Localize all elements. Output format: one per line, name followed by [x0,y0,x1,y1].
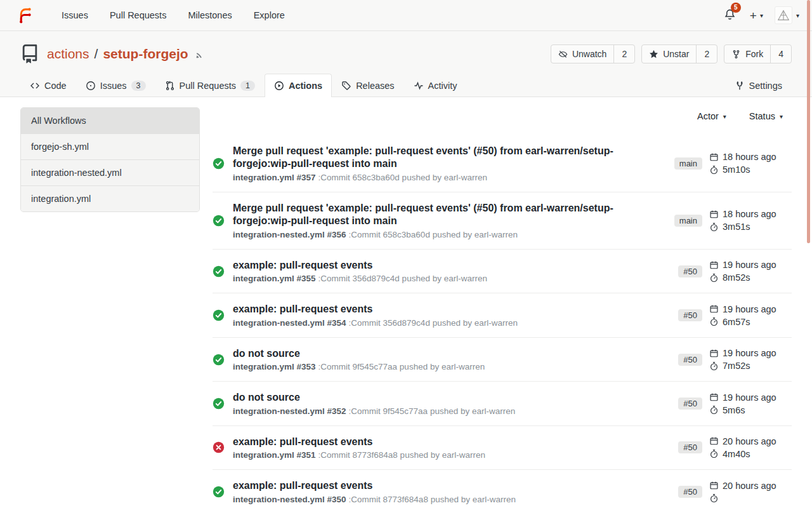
run-subtitle: integration-nested.yml #356:Commit 658c3… [233,230,664,239]
run-commit-info: :Commit 8773f684a8 pushed by earl-warren [349,495,516,504]
navbar-link[interactable]: Explore [243,0,296,31]
unwatch-button[interactable]: Unwatch 2 [551,44,635,64]
run-title-link[interactable]: example: pull-request events [233,303,629,316]
run-ref-badge[interactable]: main [674,215,702,227]
run-title-link[interactable]: do not source [233,391,629,404]
run-subtitle: integration.yml #351:Commit 8773f684a8 p… [233,450,668,460]
run-meta: #50 19 hours ago [678,260,789,283]
run-subtitle: integration.yml #355:Commit 356d879c4d p… [233,274,668,283]
run-title-link[interactable]: Merge pull request 'example: pull-reques… [233,202,629,228]
check-circle-icon [213,486,225,498]
run-ref-badge[interactable]: #50 [678,309,702,321]
run-ref-badge[interactable]: #50 [678,354,702,366]
sidebar-workflow-item[interactable]: forgejo-sh.yml [21,134,199,160]
rss-icon[interactable] [195,49,206,60]
run-info: do not source integration.yml #353:Commi… [233,347,678,371]
run-title-link[interactable]: example: pull-request events [233,479,629,492]
repo-owner-link[interactable]: actions [47,46,89,62]
run-info: do not source integration-nested.yml #35… [233,391,678,415]
tab-label: Releases [356,81,394,91]
workflow-runs-list: Merge pull request 'example: pull-reques… [213,135,792,508]
sidebar-workflow-item[interactable]: integration.yml [21,186,199,211]
run-ref-badge[interactable]: #50 [678,398,702,410]
pulse-icon [414,81,424,91]
calendar-icon [709,152,719,162]
navbar-link[interactable]: Pull Requests [99,0,177,31]
run-ref-badge[interactable]: #50 [678,486,702,498]
run-commit-info: :Commit 356d879c4d pushed by earl-warren [318,274,487,283]
tab-releases[interactable]: Releases [332,74,403,97]
tools-icon [735,81,745,91]
run-info: Merge pull request 'example: pull-reques… [233,202,674,239]
workflow-run-row[interactable]: example: pull-request events integration… [213,470,792,508]
navbar-link[interactable]: Issues [51,0,99,31]
scrollbar-thumb[interactable] [807,0,810,243]
run-filters: Actor ▾ Status ▾ [213,107,792,121]
fork-icon [731,50,741,59]
workflow-run-row[interactable]: Merge pull request 'example: pull-reques… [213,192,792,250]
check-circle-icon [213,157,225,170]
notifications-button[interactable]: 5 [721,6,738,25]
run-info: example: pull-request events integration… [233,479,678,504]
check-circle-icon [213,215,225,227]
user-menu-button[interactable]: ▾ [775,6,799,24]
run-subtitle: integration-nested.yml #354:Commit 356d8… [233,318,668,328]
sidebar-workflow-item[interactable]: All Workflows [21,108,199,134]
workflow-run-row[interactable]: do not source integration-nested.yml #35… [213,382,792,425]
run-meta: main 18 hours ago [674,209,789,232]
workflow-run-row[interactable]: example: pull-request events integration… [213,250,792,293]
run-duration: 5m10s [723,164,750,175]
navbar-link[interactable]: Milestones [177,0,242,31]
star-count[interactable]: 2 [696,45,717,63]
run-duration: 4m40s [723,449,750,459]
workflow-run-row[interactable]: example: pull-request events integration… [213,293,792,337]
run-duration: 6m57s [723,317,750,327]
tab-settings[interactable]: Settings [725,74,792,97]
calendar-icon [709,210,719,219]
create-new-button[interactable]: + ▾ [750,10,763,22]
unstar-button[interactable]: Unstar 2 [641,44,717,64]
run-ref-badge[interactable]: main [674,157,702,170]
runs-main: Actor ▾ Status ▾ [213,107,792,508]
stopwatch-icon [709,317,719,326]
status-filter-dropdown[interactable]: Status ▾ [749,111,783,121]
x-circle-icon [213,441,225,453]
run-ref-badge[interactable]: #50 [678,441,702,453]
actor-filter-dropdown[interactable]: Actor ▾ [697,111,726,121]
unwatch-label: Unwatch [572,49,606,59]
run-ref-badge[interactable]: #50 [678,265,702,277]
tab-code[interactable]: Code [20,74,76,97]
workflow-run-row[interactable]: do not source integration.yml #353:Commi… [213,338,792,382]
check-circle-icon [213,309,225,321]
run-duration: 5m6s [723,405,745,415]
run-title-link[interactable]: do not source [233,347,629,360]
run-title-link[interactable]: example: pull-request events [233,436,629,448]
fork-button[interactable]: Fork 4 [724,44,792,64]
run-meta: #50 19 hours ago [678,392,789,415]
tab-issues[interactable]: Issues 3 [76,74,155,97]
run-info: example: pull-request events integration… [233,436,678,460]
tab-actions[interactable]: Actions [265,74,332,97]
run-title-link[interactable]: example: pull-request events [233,259,629,272]
tab-pull-requests[interactable]: Pull Requests 1 [155,74,265,97]
chevron-down-icon: ▾ [723,113,726,120]
run-subtitle: integration.yml #357:Commit 658c3ba60d p… [233,173,664,182]
workflow-run-row[interactable]: example: pull-request events integration… [213,426,792,470]
watch-count[interactable]: 2 [613,45,634,63]
tab-label: Code [44,81,67,91]
navbar-right: 5 + ▾ ▾ [721,6,799,25]
run-time: 19 hours ago [723,348,776,358]
calendar-icon [709,436,719,446]
avatar [775,6,792,24]
sidebar-workflow-item[interactable]: integration-nested.yml [21,160,199,186]
forgejo-logo-icon[interactable] [16,6,36,25]
plus-icon: + [750,10,757,22]
calendar-icon [709,349,719,358]
git-pull-request-icon [165,81,175,91]
fork-count[interactable]: 4 [770,45,791,63]
repo-name-link[interactable]: setup-forgejo [103,46,188,62]
status-filter-label: Status [749,111,775,121]
workflow-run-row[interactable]: Merge pull request 'example: pull-reques… [213,135,792,192]
run-title-link[interactable]: Merge pull request 'example: pull-reques… [233,145,629,171]
tab-activity[interactable]: Activity [404,74,467,97]
